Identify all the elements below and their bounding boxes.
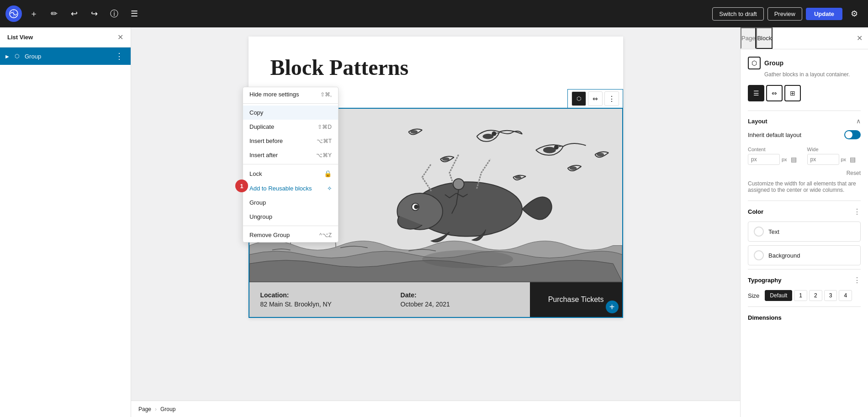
typography-more-button[interactable]: ⋮ (853, 276, 861, 285)
insert-after-item[interactable]: Insert after ⌥⌘Y (243, 148, 338, 162)
layout-section-title: Layout (748, 118, 767, 125)
redo-button[interactable]: ↪ (86, 5, 102, 22)
wide-label: Wide (807, 147, 861, 152)
wide-unit: px (841, 157, 847, 162)
tab-page[interactable]: Page (741, 27, 756, 49)
layout-grid-button[interactable]: ⊞ (784, 85, 801, 101)
context-menu: Hide more settings ⇧⌘, Copy Duplicate ⇧⌘… (243, 87, 339, 243)
list-view-button[interactable]: ☰ (126, 5, 143, 22)
svg-point-7 (410, 130, 418, 134)
reset-button[interactable]: Reset (847, 170, 861, 176)
inherit-layout-toggle[interactable] (844, 130, 861, 139)
hide-settings-item[interactable]: Hide more settings ⇧⌘, (243, 87, 338, 101)
duplicate-shortcut: ⇧⌘D (318, 124, 332, 130)
more-options-button[interactable]: ⋮ (604, 91, 619, 106)
group-panel-title: Group (764, 59, 783, 67)
block-type-button[interactable]: ⬡ (572, 91, 586, 106)
lock-item[interactable]: Lock 🔒 (243, 166, 338, 181)
reusable-icon: ⟡ (328, 185, 332, 192)
group-options-button[interactable]: ⋮ (113, 51, 125, 61)
breadcrumb-group: Group (160, 406, 175, 412)
menu-divider-2 (243, 164, 338, 164)
text-color-label: Text (768, 228, 779, 235)
background-color-dot (754, 250, 764, 260)
list-view-close-button[interactable]: ✕ (117, 33, 123, 42)
group-item[interactable]: Group (243, 195, 338, 210)
size-3-chip[interactable]: 3 (824, 290, 837, 301)
menu-divider-3 (243, 226, 338, 226)
layout-section-toggle[interactable]: ∧ (856, 117, 861, 125)
background-color-label: Background (768, 252, 800, 259)
content-icon: ▤ (791, 156, 797, 163)
svg-point-8 (442, 157, 449, 161)
svg-point-6 (554, 145, 558, 150)
group-list-label: Group (25, 53, 110, 60)
content-wide-row: Content px ▤ Wide px ▤ (748, 147, 861, 165)
group-icon: ⬡ (13, 52, 21, 60)
undo-button[interactable]: ↩ (66, 5, 82, 22)
size-1-chip[interactable]: 1 (794, 290, 807, 301)
color-section: Color ⋮ Text Background (748, 201, 861, 265)
breadcrumb-page[interactable]: Page (138, 406, 151, 412)
sidebar-left: List View ✕ ▶ ⬡ Group ⋮ (0, 27, 131, 417)
color-section-header: Color ⋮ (748, 207, 861, 216)
layout-stack-button[interactable]: ☰ (748, 85, 764, 101)
insert-before-item[interactable]: Insert before ⌥⌘T (243, 134, 338, 148)
info-button[interactable]: ⓘ (106, 5, 122, 22)
group-label: Group (249, 199, 266, 206)
content-input-group: Content px ▤ (748, 147, 802, 165)
lock-icon: 🔒 (324, 170, 332, 177)
switch-to-draft-button[interactable]: Switch to draft (712, 7, 763, 21)
right-sidebar-close-button[interactable]: ✕ (851, 27, 868, 49)
location-label: Location: (260, 291, 379, 299)
content-width-input[interactable] (748, 154, 780, 165)
right-tabs-row: Page Block ✕ (741, 27, 868, 49)
insert-before-shortcut: ⌥⌘T (317, 138, 332, 144)
topbar: ＋ ✏ ↩ ↪ ⓘ ☰ Switch to draft Preview Upda… (0, 0, 868, 27)
remove-group-label: Remove Group (249, 232, 290, 238)
list-view-title: List View (7, 34, 33, 41)
location-column: Location: 82 Main St. Brooklyn, NY (249, 282, 390, 317)
lock-label: Lock (249, 170, 262, 177)
preview-button[interactable]: Preview (767, 7, 802, 21)
breadcrumb-separator: › (155, 406, 157, 412)
sidebar-header: List View ✕ (0, 27, 131, 48)
update-button[interactable]: Update (806, 8, 842, 20)
tab-block[interactable]: Block (756, 27, 773, 49)
ungroup-item[interactable]: Ungroup (243, 210, 338, 224)
group-list-item[interactable]: ▶ ⬡ Group ⋮ (0, 48, 131, 65)
svg-point-17 (422, 250, 513, 268)
customize-text: Customize the width for all elements tha… (748, 180, 861, 193)
svg-point-5 (543, 147, 556, 153)
settings-button[interactable]: ⚙ (846, 5, 863, 22)
size-2-chip[interactable]: 2 (809, 290, 822, 301)
layout-icons: ☰ ⇔ ⊞ (748, 85, 861, 101)
remove-group-item[interactable]: Remove Group ^⌥Z (243, 228, 338, 242)
duplicate-item[interactable]: Duplicate ⇧⌘D (243, 120, 338, 134)
main-layout: List View ✕ ▶ ⬡ Group ⋮ 1 Hide more sett… (0, 27, 868, 417)
date-column: Date: October 24, 2021 (390, 282, 530, 317)
layout-horizontal-button[interactable]: ⇔ (766, 85, 783, 101)
content-label: Content (748, 147, 802, 152)
svg-point-10 (597, 153, 604, 156)
right-tabs: Page Block (741, 27, 773, 49)
copy-item[interactable]: Copy (243, 106, 338, 120)
add-block-button[interactable]: ＋ (26, 5, 42, 22)
edit-button[interactable]: ✏ (46, 5, 62, 22)
size-default-chip[interactable]: Default (765, 290, 792, 301)
text-color-row[interactable]: Text (748, 222, 861, 242)
wide-width-input[interactable] (807, 154, 839, 165)
size-4-chip[interactable]: 4 (839, 290, 852, 301)
color-more-button[interactable]: ⋮ (853, 207, 861, 216)
dimensions-title: Dimensions (748, 314, 782, 321)
add-reusable-item[interactable]: Add to Reusable blocks ⟡ (243, 181, 338, 195)
svg-point-4 (492, 132, 496, 136)
background-color-row[interactable]: Background (748, 245, 861, 265)
reset-row: Reset (748, 169, 861, 177)
text-color-dot (754, 227, 764, 237)
add-reusable-label: Add to Reusable blocks (249, 185, 312, 192)
align-button[interactable]: ⇔ (588, 91, 603, 106)
wide-icon: ▤ (850, 156, 856, 163)
add-block-canvas-button[interactable]: + (606, 301, 619, 313)
hide-settings-label: Hide more settings (249, 91, 299, 98)
